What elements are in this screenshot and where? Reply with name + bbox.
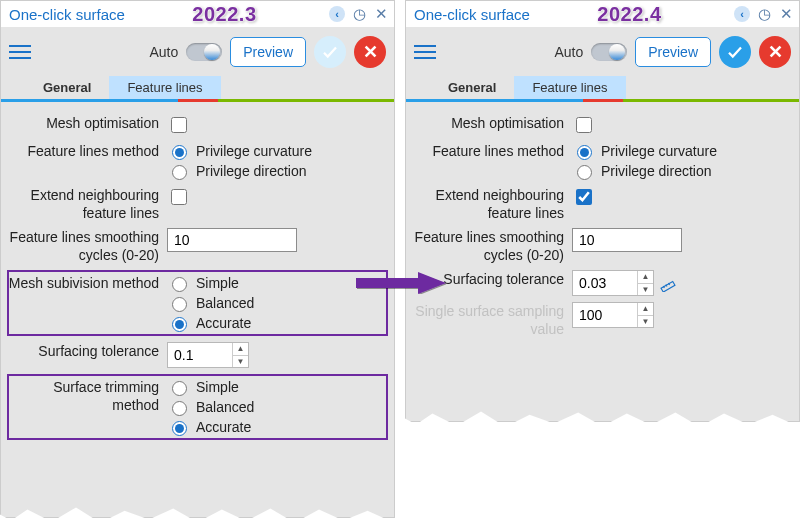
- preview-button[interactable]: Preview: [230, 37, 306, 67]
- surf-tol-label: Surfacing tolerance: [412, 270, 572, 288]
- fl-method-direction[interactable]: Privilege direction: [167, 162, 312, 180]
- form: Mesh optimisation Feature lines method P…: [406, 102, 799, 354]
- smoothing-input[interactable]: [167, 228, 297, 252]
- trim-simple[interactable]: Simple: [167, 378, 254, 396]
- extend-label: Extend neighbouring feature lines: [412, 186, 572, 222]
- surf-tol-input[interactable]: [168, 343, 232, 367]
- menu-icon[interactable]: [9, 45, 31, 59]
- panel-2022-4: One-click surface 2022.4 ‹ ◷ ✕ Auto Prev…: [405, 0, 800, 422]
- torn-edge: [0, 503, 400, 525]
- titlebar: One-click surface 2022.3 ‹ ◷ ✕: [1, 1, 394, 27]
- mesh-opt-checkbox[interactable]: [576, 117, 592, 133]
- single-sample-label: Single surface sampling value: [412, 302, 572, 338]
- toolbar: Auto Preview ✕: [406, 27, 799, 73]
- smoothing-input[interactable]: [572, 228, 682, 252]
- spin-up-icon[interactable]: ▲: [637, 271, 653, 284]
- menu-icon[interactable]: [414, 45, 436, 59]
- surf-tol-label: Surfacing tolerance: [7, 342, 167, 360]
- fl-method-curvature[interactable]: Privilege curvature: [572, 142, 717, 160]
- pin-icon[interactable]: ◷: [350, 5, 368, 23]
- version-badge: 2022.4: [591, 3, 667, 26]
- tabs: General Feature lines: [406, 73, 799, 99]
- pin-icon[interactable]: ◷: [755, 5, 773, 23]
- panel-2022-3: One-click surface 2022.3 ‹ ◷ ✕ Auto Prev…: [0, 0, 395, 518]
- titlebar: One-click surface 2022.4 ‹ ◷ ✕: [406, 1, 799, 27]
- mesh-opt-checkbox[interactable]: [171, 117, 187, 133]
- tab-feature-lines[interactable]: Feature lines: [109, 76, 220, 99]
- back-icon[interactable]: ‹: [328, 5, 346, 23]
- auto-label: Auto: [149, 44, 178, 60]
- spin-up-icon[interactable]: ▲: [232, 343, 248, 356]
- tab-general[interactable]: General: [25, 76, 109, 99]
- auto-label: Auto: [554, 44, 583, 60]
- torn-edge: [400, 407, 800, 429]
- trim-label: Surface trimming method: [7, 378, 167, 414]
- close-icon[interactable]: ✕: [777, 5, 795, 23]
- tabs: General Feature lines: [1, 73, 394, 99]
- spin-up-icon[interactable]: ▲: [637, 303, 653, 316]
- trim-accurate[interactable]: Accurate: [167, 418, 254, 436]
- single-sample-spinner[interactable]: ▲▼: [572, 302, 654, 328]
- subdiv-simple[interactable]: Simple: [167, 274, 254, 292]
- auto-switch[interactable]: [186, 43, 222, 61]
- tab-general[interactable]: General: [430, 76, 514, 99]
- fl-method-direction[interactable]: Privilege direction: [572, 162, 717, 180]
- extend-checkbox[interactable]: [576, 189, 592, 205]
- fl-method-label: Feature lines method: [7, 142, 167, 160]
- highlight-subdivision: Mesh subivision method Simple Balanced A…: [7, 270, 388, 336]
- toolbar: Auto Preview ✕: [1, 27, 394, 73]
- apply-button[interactable]: [719, 36, 751, 68]
- surf-tol-spinner[interactable]: ▲▼: [167, 342, 249, 368]
- cancel-button[interactable]: ✕: [759, 36, 791, 68]
- trim-balanced[interactable]: Balanced: [167, 398, 254, 416]
- auto-switch[interactable]: [591, 43, 627, 61]
- close-icon[interactable]: ✕: [372, 5, 390, 23]
- subdiv-balanced[interactable]: Balanced: [167, 294, 254, 312]
- spin-down-icon[interactable]: ▼: [637, 316, 653, 328]
- ruler-icon[interactable]: [658, 273, 678, 293]
- panel-title: One-click surface: [414, 6, 530, 23]
- smoothing-label: Feature lines smoothing cycles (0-20): [7, 228, 167, 264]
- highlight-trimming: Surface trimming method Simple Balanced …: [7, 374, 388, 440]
- extend-checkbox[interactable]: [171, 189, 187, 205]
- extend-label: Extend neighbouring feature lines: [7, 186, 167, 222]
- smoothing-label: Feature lines smoothing cycles (0-20): [412, 228, 572, 264]
- fl-method-curvature[interactable]: Privilege curvature: [167, 142, 312, 160]
- version-badge: 2022.3: [186, 3, 262, 26]
- preview-button[interactable]: Preview: [635, 37, 711, 67]
- surf-tol-spinner[interactable]: ▲▼: [572, 270, 654, 296]
- subdiv-accurate[interactable]: Accurate: [167, 314, 254, 332]
- spin-down-icon[interactable]: ▼: [637, 284, 653, 296]
- back-icon[interactable]: ‹: [733, 5, 751, 23]
- surf-tol-input[interactable]: [573, 271, 637, 295]
- apply-button[interactable]: [314, 36, 346, 68]
- subdiv-label: Mesh subivision method: [7, 274, 167, 292]
- form: Mesh optimisation Feature lines method P…: [1, 102, 394, 456]
- mesh-opt-label: Mesh optimisation: [7, 114, 167, 132]
- tab-feature-lines[interactable]: Feature lines: [514, 76, 625, 99]
- cancel-button[interactable]: ✕: [354, 36, 386, 68]
- single-sample-input[interactable]: [573, 303, 637, 327]
- panel-title: One-click surface: [9, 6, 125, 23]
- spin-down-icon[interactable]: ▼: [232, 356, 248, 368]
- fl-method-label: Feature lines method: [412, 142, 572, 160]
- mesh-opt-label: Mesh optimisation: [412, 114, 572, 132]
